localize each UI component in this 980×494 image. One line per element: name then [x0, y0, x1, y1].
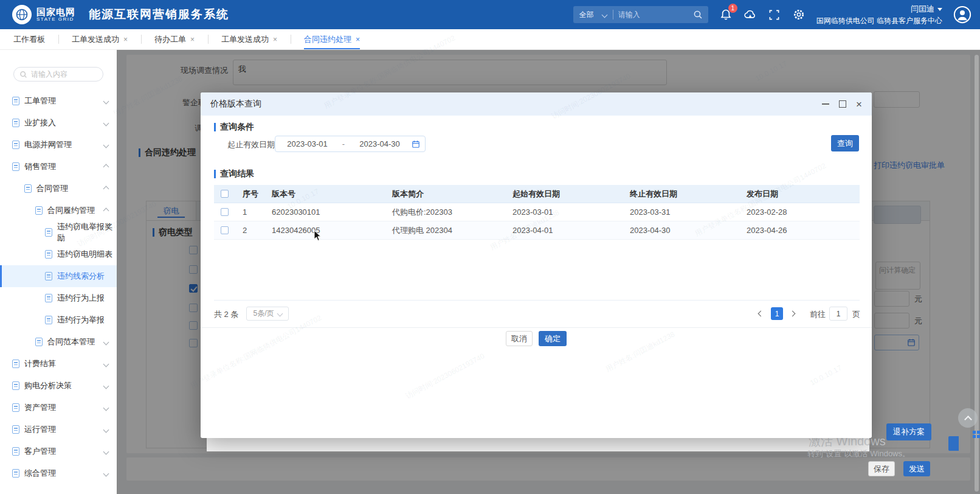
sidebar-item-general-mgmt[interactable]: 综合管理 — [0, 462, 117, 484]
query-result-header: 查询结果 — [214, 169, 254, 179]
button-label: 退补方案 — [893, 426, 925, 437]
sidebar-item-grid-connection[interactable]: 电源并网管理 — [0, 134, 117, 156]
close-icon[interactable]: × — [190, 35, 195, 44]
close-icon[interactable]: × — [856, 99, 862, 110]
date-end-value[interactable]: 2023-04-30 — [348, 139, 412, 148]
menu-label: 电源并网管理 — [24, 139, 72, 150]
chevron-up-icon — [103, 164, 109, 170]
date-range-picker[interactable]: 2023-03-01 - 2023-04-30 — [275, 136, 426, 152]
cell-seq: 2 — [235, 226, 264, 235]
row-checkbox[interactable] — [221, 208, 229, 216]
sidebar-item-work-order[interactable]: 工单管理 — [0, 90, 117, 112]
next-page-button[interactable] — [787, 307, 798, 320]
document-icon — [12, 403, 19, 412]
avatar[interactable] — [953, 5, 971, 24]
query-button[interactable]: 查询 — [831, 135, 859, 151]
col-publish-date: 发布日期 — [739, 189, 860, 200]
sidebar-item-asset-mgmt[interactable]: 资产管理 — [0, 397, 117, 419]
notification-bell-icon[interactable]: 1 — [719, 8, 733, 21]
close-icon[interactable]: × — [273, 35, 277, 44]
tab-order-sent-1[interactable]: 工单发送成功× — [58, 29, 141, 49]
sidebar-item-billing[interactable]: 计费结算 — [0, 353, 117, 375]
menu-label: 客户管理 — [24, 446, 56, 457]
sidebar-item-operation-mgmt[interactable]: 运行管理 — [0, 419, 117, 440]
menu-label: 计费结算 — [24, 358, 56, 369]
sidebar-search[interactable] — [13, 67, 103, 82]
sidebar-item-sales-mgmt[interactable]: 销售管理 — [0, 156, 117, 178]
sidebar-item-business-expansion[interactable]: 业扩接入 — [0, 112, 117, 134]
sidebar-item-breach-behavior-tipoff[interactable]: 违约行为举报 — [0, 309, 117, 331]
tab-workboard[interactable]: 工作看板 — [0, 29, 58, 49]
sidebar-item-purchase-analysis[interactable]: 购电分析决策 — [0, 375, 117, 397]
confirm-button[interactable]: 确定 — [539, 331, 567, 346]
settings-gear-icon[interactable] — [792, 8, 806, 21]
sidebar-item-contract-template[interactable]: 合同范本管理 — [0, 331, 117, 353]
drag-handle-dots-icon[interactable] — [973, 431, 980, 444]
brand-text: 国家电网 STATE GRID — [36, 7, 75, 22]
close-icon[interactable]: × — [356, 35, 360, 44]
tab-contract-breach[interactable]: 合同违约处理× — [291, 29, 373, 49]
prev-page-button[interactable] — [755, 307, 767, 320]
col-start-date: 起始有效日期 — [505, 189, 622, 200]
tab-todo-orders[interactable]: 待办工单× — [141, 29, 208, 49]
menu-label: 工单管理 — [24, 96, 56, 106]
result-table: 序号 版本号 版本简介 起始有效日期 终止有效日期 发布日期 1 6202303… — [214, 185, 860, 301]
footer-divider — [201, 327, 872, 328]
sidebar-item-contract-performance[interactable]: 合同履约管理 — [0, 200, 117, 221]
sidebar-item-theft-report-reward[interactable]: 违约窃电举报奖励 — [0, 221, 117, 243]
close-icon[interactable]: × — [123, 35, 128, 44]
chevron-left-icon — [758, 311, 764, 317]
current-page[interactable]: 1 — [771, 307, 783, 320]
search-icon[interactable] — [691, 8, 705, 21]
table-row[interactable]: 2 14230426005 代理购电 202304 2023-04-01 202… — [214, 221, 860, 240]
cancel-button[interactable]: 取消 — [506, 331, 533, 346]
back-to-top-button[interactable] — [958, 408, 978, 428]
search-scope-select[interactable]: 全部 — [573, 10, 613, 19]
send-button[interactable]: 发送 — [903, 461, 930, 476]
cloud-icon[interactable] — [744, 8, 757, 21]
dialog-titlebar: 价格版本查询 × — [201, 92, 872, 116]
date-range-label: 起止有效日期 — [227, 139, 275, 150]
document-icon — [24, 184, 32, 193]
maximize-icon[interactable] — [839, 100, 846, 108]
minimize-icon[interactable] — [822, 103, 829, 105]
fullscreen-scan-icon[interactable] — [768, 8, 781, 21]
floating-widget[interactable] — [948, 436, 959, 451]
cell-publish: 2023-04-26 — [739, 226, 860, 235]
cell-publish: 2023-02-28 — [739, 207, 860, 217]
save-button[interactable]: 保存 — [868, 461, 895, 476]
page-size-value: 5条/页 — [253, 308, 274, 319]
page-size-select[interactable]: 5条/页 — [246, 307, 289, 321]
section-title: 查询结果 — [220, 169, 254, 179]
select-all-checkbox[interactable] — [221, 190, 229, 198]
cell-end: 2023-04-30 — [622, 226, 739, 235]
table-row[interactable]: 1 62023030101 代购电价:202303 2023-03-01 202… — [214, 203, 860, 221]
goto-page-input[interactable] — [829, 307, 847, 321]
sidebar-item-contract-mgmt[interactable]: 合同管理 — [0, 178, 117, 200]
search-input[interactable] — [613, 10, 680, 19]
col-summary: 版本简介 — [384, 189, 505, 200]
sidebar-item-breach-behavior-report[interactable]: 违约行为上报 — [0, 287, 117, 309]
page-scrollbar[interactable] — [975, 55, 979, 492]
user-block[interactable]: 闫囯迪 国网临猗供电公司 临猗县客户服务中心 — [816, 3, 942, 26]
row-checkbox[interactable] — [221, 226, 229, 234]
date-start-value[interactable]: 2023-03-01 — [275, 139, 339, 148]
sidebar-search-input[interactable] — [31, 70, 95, 78]
tab-order-sent-2[interactable]: 工单发送成功× — [208, 29, 291, 49]
tab-label: 待办工单 — [154, 34, 186, 45]
sidebar-item-customer-mgmt[interactable]: 客户管理 — [0, 440, 117, 462]
menu-label: 合同管理 — [36, 183, 68, 194]
chevron-down-icon — [103, 339, 109, 345]
chevron-down-icon — [103, 98, 109, 104]
tab-label: 工单发送成功 — [72, 34, 119, 45]
search-scope-value: 全部 — [579, 10, 594, 20]
menu-label: 违约窃电举报奖励 — [57, 221, 117, 243]
sidebar-item-breach-clue-analysis[interactable]: 违约线索分析 — [0, 265, 117, 287]
menu-label: 违约行为上报 — [57, 293, 105, 304]
menu-label: 合同范本管理 — [47, 336, 95, 347]
global-search[interactable]: 全部 — [573, 6, 708, 23]
section-bar — [214, 170, 216, 178]
cell-start: 2023-04-01 — [505, 226, 622, 235]
refund-plan-button[interactable]: 退补方案 — [886, 423, 931, 440]
sidebar-item-theft-detail-table[interactable]: 违约窃电明细表 — [0, 243, 117, 265]
